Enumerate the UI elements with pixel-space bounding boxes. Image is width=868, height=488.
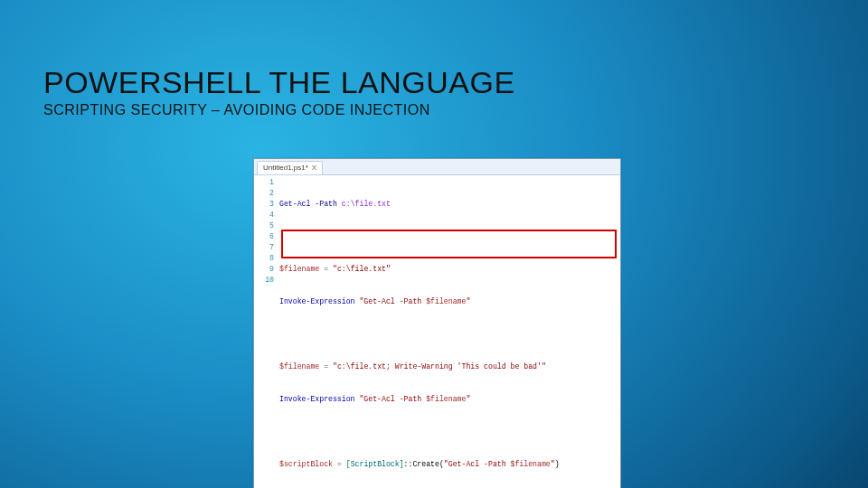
line-number: 9	[254, 264, 274, 275]
line-number: 3	[254, 199, 274, 210]
code-line: Get-Acl -Path c:\file.txt	[279, 199, 620, 210]
code-line: $filename = "c:\file.txt"	[279, 264, 620, 275]
tab-untitled[interactable]: Untitled1.ps1* X	[257, 161, 323, 174]
line-number: 5	[254, 221, 274, 231]
code-line: $filename = "c:\file.txt; Write-Warning …	[279, 361, 620, 372]
tab-label: Untitled1.ps1*	[263, 162, 308, 174]
line-gutter: 1 2 3 4 5 6 7 8 9 10	[254, 177, 279, 488]
line-number: 8	[254, 253, 274, 264]
line-number: 2	[254, 188, 274, 199]
line-number: 7	[254, 242, 274, 253]
code-line	[279, 329, 620, 340]
code-line	[279, 231, 620, 242]
code-line	[279, 427, 620, 437]
close-icon[interactable]: X	[312, 162, 316, 174]
code-area: 1 2 3 4 5 6 7 8 9 10 Get-Acl -Path c:\fi…	[254, 175, 620, 488]
code-lines[interactable]: Get-Acl -Path c:\file.txt $filename = "c…	[279, 177, 620, 488]
line-number: 4	[254, 210, 274, 221]
tab-bar: Untitled1.ps1* X	[254, 159, 620, 175]
code-line: Invoke-Expression "Get-Acl -Path $filena…	[279, 296, 620, 307]
line-number: 1	[254, 177, 274, 188]
code-line: Invoke-Expression "Get-Acl -Path $filena…	[279, 394, 620, 405]
slide-title: POWERSHELL THE LANGUAGE	[43, 65, 825, 100]
line-number: 10	[254, 275, 274, 286]
code-editor: Untitled1.ps1* X 1 2 3 4 5 6 7 8 9 10 Ge…	[253, 158, 621, 488]
code-line: $scriptBlock = [ScriptBlock]::Create("Ge…	[279, 459, 620, 470]
line-number: 6	[254, 231, 274, 242]
slide-subtitle: SCRIPTING SECURITY – AVOIDING CODE INJEC…	[43, 102, 825, 118]
